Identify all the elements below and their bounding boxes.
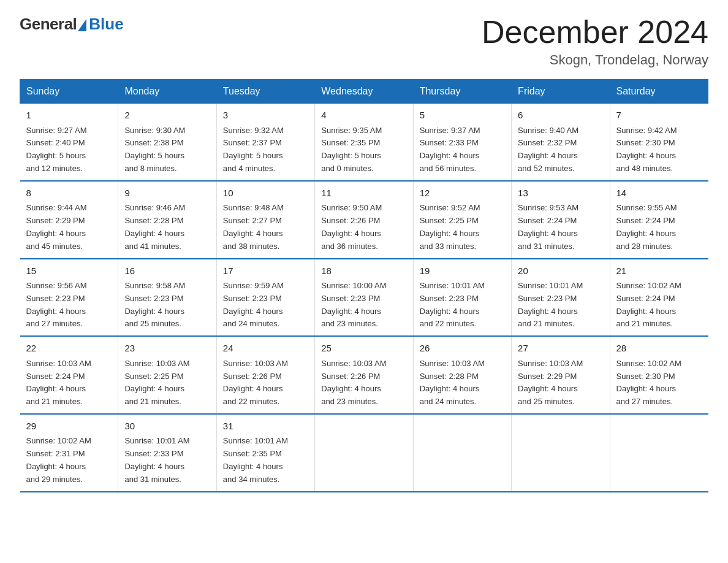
logo-general-text: General <box>20 15 77 34</box>
day-number: 31 <box>223 419 308 434</box>
calendar-cell: 29Sunrise: 10:02 AMSunset: 2:31 PMDaylig… <box>20 414 118 492</box>
calendar-cell: 28Sunrise: 10:02 AMSunset: 2:30 PMDaylig… <box>610 336 708 414</box>
day-info: Sunrise: 9:59 AMSunset: 2:23 PMDaylight:… <box>223 280 308 331</box>
day-number: 11 <box>321 186 406 201</box>
week-row-5: 29Sunrise: 10:02 AMSunset: 2:31 PMDaylig… <box>20 414 708 492</box>
day-info: Sunrise: 9:40 AMSunset: 2:32 PMDaylight:… <box>518 124 603 175</box>
day-number: 7 <box>616 109 702 123</box>
week-row-1: 1Sunrise: 9:27 AMSunset: 2:40 PMDaylight… <box>20 104 708 181</box>
calendar-cell <box>413 414 511 492</box>
calendar-body: 1Sunrise: 9:27 AMSunset: 2:40 PMDaylight… <box>20 104 708 492</box>
calendar-cell: 2Sunrise: 9:30 AMSunset: 2:38 PMDaylight… <box>118 104 216 181</box>
header-sunday: Sunday <box>20 80 118 104</box>
calendar-cell: 17Sunrise: 9:59 AMSunset: 2:23 PMDayligh… <box>216 259 314 337</box>
calendar-cell: 10Sunrise: 9:48 AMSunset: 2:27 PMDayligh… <box>216 181 314 259</box>
day-info: Sunrise: 9:55 AMSunset: 2:24 PMDaylight:… <box>616 202 702 253</box>
day-info: Sunrise: 10:01 AMSunset: 2:35 PMDaylight… <box>223 435 308 486</box>
header-wednesday: Wednesday <box>315 80 413 104</box>
week-row-3: 15Sunrise: 9:56 AMSunset: 2:23 PMDayligh… <box>20 259 708 337</box>
header-saturday: Saturday <box>610 80 708 104</box>
calendar-header: SundayMondayTuesdayWednesdayThursdayFrid… <box>20 80 708 104</box>
day-info: Sunrise: 9:42 AMSunset: 2:30 PMDaylight:… <box>616 124 702 175</box>
calendar-cell: 20Sunrise: 10:01 AMSunset: 2:23 PMDaylig… <box>512 259 610 337</box>
day-number: 24 <box>223 342 308 356</box>
day-number: 16 <box>124 264 210 278</box>
day-number: 18 <box>321 264 406 278</box>
calendar-cell: 31Sunrise: 10:01 AMSunset: 2:35 PMDaylig… <box>216 414 314 492</box>
day-number: 13 <box>518 186 603 201</box>
day-number: 5 <box>420 109 505 123</box>
month-title: December 2024 <box>482 15 708 50</box>
day-number: 17 <box>223 264 308 278</box>
day-info: Sunrise: 9:46 AMSunset: 2:28 PMDaylight:… <box>124 202 210 253</box>
calendar-cell: 14Sunrise: 9:55 AMSunset: 2:24 PMDayligh… <box>610 181 708 259</box>
day-info: Sunrise: 9:50 AMSunset: 2:26 PMDaylight:… <box>321 202 406 253</box>
day-info: Sunrise: 10:02 AMSunset: 2:30 PMDaylight… <box>616 358 702 408</box>
day-number: 22 <box>26 342 112 356</box>
day-info: Sunrise: 10:03 AMSunset: 2:29 PMDaylight… <box>518 358 603 408</box>
title-area: December 2024 Skogn, Trondelag, Norway <box>482 15 708 68</box>
day-number: 23 <box>124 342 210 356</box>
day-number: 10 <box>223 186 308 201</box>
calendar-cell: 22Sunrise: 10:03 AMSunset: 2:24 PMDaylig… <box>20 336 118 414</box>
day-info: Sunrise: 10:00 AMSunset: 2:23 PMDaylight… <box>321 280 406 331</box>
day-info: Sunrise: 9:35 AMSunset: 2:35 PMDaylight:… <box>321 124 406 175</box>
calendar-cell: 8Sunrise: 9:44 AMSunset: 2:29 PMDaylight… <box>20 181 118 259</box>
calendar-cell <box>315 414 413 492</box>
day-number: 4 <box>321 109 406 123</box>
day-info: Sunrise: 9:32 AMSunset: 2:37 PMDaylight:… <box>223 124 308 175</box>
day-info: Sunrise: 10:01 AMSunset: 2:23 PMDaylight… <box>518 280 603 331</box>
day-number: 14 <box>616 186 702 201</box>
calendar-cell <box>610 414 708 492</box>
day-info: Sunrise: 9:53 AMSunset: 2:24 PMDaylight:… <box>518 202 603 253</box>
day-number: 21 <box>616 264 702 278</box>
week-row-2: 8Sunrise: 9:44 AMSunset: 2:29 PMDaylight… <box>20 181 708 259</box>
location-subtitle: Skogn, Trondelag, Norway <box>482 52 708 68</box>
day-info: Sunrise: 10:03 AMSunset: 2:26 PMDaylight… <box>223 358 308 408</box>
calendar-cell: 30Sunrise: 10:01 AMSunset: 2:33 PMDaylig… <box>118 414 216 492</box>
calendar-cell: 5Sunrise: 9:37 AMSunset: 2:33 PMDaylight… <box>413 104 511 181</box>
day-number: 19 <box>420 264 505 278</box>
calendar-cell: 21Sunrise: 10:02 AMSunset: 2:24 PMDaylig… <box>610 259 708 337</box>
calendar-cell: 6Sunrise: 9:40 AMSunset: 2:32 PMDaylight… <box>512 104 610 181</box>
day-number: 1 <box>26 109 112 123</box>
day-info: Sunrise: 10:02 AMSunset: 2:31 PMDaylight… <box>26 435 112 486</box>
calendar-cell: 15Sunrise: 9:56 AMSunset: 2:23 PMDayligh… <box>20 259 118 337</box>
day-info: Sunrise: 10:03 AMSunset: 2:25 PMDaylight… <box>124 358 210 408</box>
page-header: General Blue December 2024 Skogn, Tronde… <box>20 15 708 68</box>
day-info: Sunrise: 10:03 AMSunset: 2:24 PMDaylight… <box>26 358 112 408</box>
day-info: Sunrise: 9:44 AMSunset: 2:29 PMDaylight:… <box>26 202 112 253</box>
day-info: Sunrise: 10:01 AMSunset: 2:23 PMDaylight… <box>420 280 505 331</box>
calendar-cell: 1Sunrise: 9:27 AMSunset: 2:40 PMDaylight… <box>20 104 118 181</box>
calendar-cell: 4Sunrise: 9:35 AMSunset: 2:35 PMDaylight… <box>315 104 413 181</box>
calendar-cell: 11Sunrise: 9:50 AMSunset: 2:26 PMDayligh… <box>315 181 413 259</box>
header-tuesday: Tuesday <box>216 80 314 104</box>
calendar-cell: 18Sunrise: 10:00 AMSunset: 2:23 PMDaylig… <box>315 259 413 337</box>
calendar-cell: 24Sunrise: 10:03 AMSunset: 2:26 PMDaylig… <box>216 336 314 414</box>
day-info: Sunrise: 9:48 AMSunset: 2:27 PMDaylight:… <box>223 202 308 253</box>
day-info: Sunrise: 9:30 AMSunset: 2:38 PMDaylight:… <box>124 124 210 175</box>
logo-blue-text: Blue <box>89 15 123 34</box>
logo: General Blue <box>20 15 124 34</box>
day-info: Sunrise: 10:02 AMSunset: 2:24 PMDaylight… <box>616 280 702 331</box>
day-number: 6 <box>518 109 603 123</box>
calendar-cell: 25Sunrise: 10:03 AMSunset: 2:26 PMDaylig… <box>315 336 413 414</box>
header-row: SundayMondayTuesdayWednesdayThursdayFrid… <box>20 80 708 104</box>
week-row-4: 22Sunrise: 10:03 AMSunset: 2:24 PMDaylig… <box>20 336 708 414</box>
calendar-cell: 26Sunrise: 10:03 AMSunset: 2:28 PMDaylig… <box>413 336 511 414</box>
header-friday: Friday <box>512 80 610 104</box>
day-info: Sunrise: 10:03 AMSunset: 2:26 PMDaylight… <box>321 358 406 408</box>
day-number: 26 <box>420 342 505 356</box>
calendar-table: SundayMondayTuesdayWednesdayThursdayFrid… <box>20 79 708 492</box>
calendar-cell: 23Sunrise: 10:03 AMSunset: 2:25 PMDaylig… <box>118 336 216 414</box>
day-info: Sunrise: 9:27 AMSunset: 2:40 PMDaylight:… <box>26 124 112 175</box>
logo-triangle-icon <box>78 19 86 31</box>
day-number: 12 <box>420 186 505 201</box>
calendar-cell: 13Sunrise: 9:53 AMSunset: 2:24 PMDayligh… <box>512 181 610 259</box>
calendar-cell: 12Sunrise: 9:52 AMSunset: 2:25 PMDayligh… <box>413 181 511 259</box>
day-number: 27 <box>518 342 603 356</box>
day-number: 20 <box>518 264 603 278</box>
day-info: Sunrise: 9:58 AMSunset: 2:23 PMDaylight:… <box>124 280 210 331</box>
header-thursday: Thursday <box>413 80 511 104</box>
day-number: 25 <box>321 342 406 356</box>
